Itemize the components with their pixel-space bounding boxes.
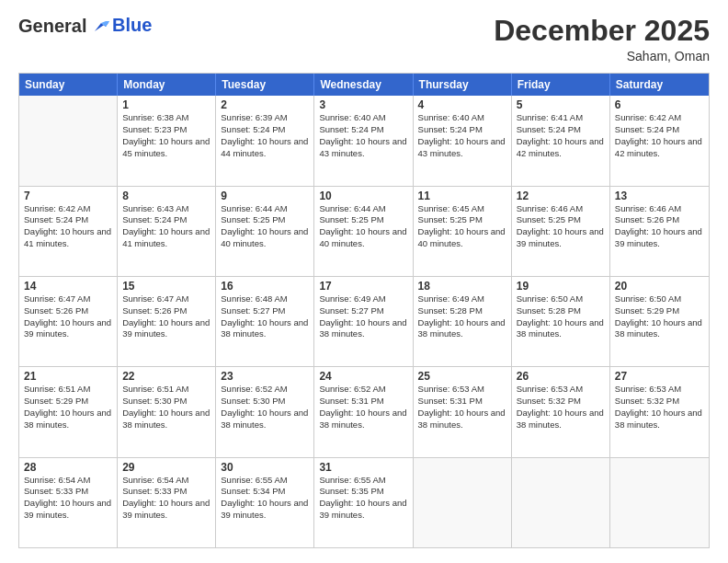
day-info: Sunrise: 6:40 AMSunset: 5:24 PMDaylight:… bbox=[319, 112, 407, 159]
day-info: Sunrise: 6:42 AMSunset: 5:24 PMDaylight:… bbox=[24, 203, 112, 250]
month-title: December 2025 bbox=[494, 15, 710, 47]
day-number: 14 bbox=[24, 280, 112, 293]
day-info: Sunrise: 6:44 AMSunset: 5:25 PMDaylight:… bbox=[221, 203, 309, 250]
empty-cell bbox=[512, 458, 610, 547]
logo: General Blue bbox=[18, 15, 152, 36]
day-cell-4: 4Sunrise: 6:40 AMSunset: 5:24 PMDaylight… bbox=[414, 96, 512, 185]
day-cell-25: 25Sunrise: 6:53 AMSunset: 5:31 PMDayligh… bbox=[414, 367, 512, 456]
day-info: Sunrise: 6:55 AMSunset: 5:35 PMDaylight:… bbox=[319, 475, 407, 522]
day-cell-2: 2Sunrise: 6:39 AMSunset: 5:24 PMDaylight… bbox=[216, 96, 314, 185]
day-number: 27 bbox=[615, 370, 704, 383]
day-info: Sunrise: 6:53 AMSunset: 5:32 PMDaylight:… bbox=[517, 384, 605, 431]
day-number: 30 bbox=[221, 461, 309, 474]
day-info: Sunrise: 6:45 AMSunset: 5:25 PMDaylight:… bbox=[418, 203, 506, 250]
day-info: Sunrise: 6:44 AMSunset: 5:25 PMDaylight:… bbox=[319, 203, 407, 250]
day-cell-21: 21Sunrise: 6:51 AMSunset: 5:29 PMDayligh… bbox=[19, 367, 118, 456]
day-cell-30: 30Sunrise: 6:55 AMSunset: 5:34 PMDayligh… bbox=[216, 458, 314, 547]
day-cell-28: 28Sunrise: 6:54 AMSunset: 5:33 PMDayligh… bbox=[19, 458, 118, 547]
day-cell-24: 24Sunrise: 6:52 AMSunset: 5:31 PMDayligh… bbox=[314, 367, 413, 456]
day-number: 2 bbox=[221, 98, 309, 111]
day-info: Sunrise: 6:51 AMSunset: 5:29 PMDaylight:… bbox=[24, 384, 112, 431]
header-day-sunday: Sunday bbox=[19, 74, 118, 96]
day-number: 19 bbox=[517, 280, 605, 293]
logo-text: General Blue bbox=[18, 15, 152, 36]
calendar-week-3: 14Sunrise: 6:47 AMSunset: 5:26 PMDayligh… bbox=[19, 276, 709, 366]
day-cell-5: 5Sunrise: 6:41 AMSunset: 5:24 PMDaylight… bbox=[512, 96, 610, 185]
day-cell-13: 13Sunrise: 6:46 AMSunset: 5:26 PMDayligh… bbox=[610, 187, 709, 276]
day-info: Sunrise: 6:40 AMSunset: 5:24 PMDaylight:… bbox=[418, 112, 506, 159]
day-info: Sunrise: 6:46 AMSunset: 5:25 PMDaylight:… bbox=[517, 203, 605, 250]
day-cell-12: 12Sunrise: 6:46 AMSunset: 5:25 PMDayligh… bbox=[512, 187, 610, 276]
day-number: 17 bbox=[319, 280, 407, 293]
day-info: Sunrise: 6:47 AMSunset: 5:26 PMDaylight:… bbox=[122, 293, 210, 340]
day-cell-26: 26Sunrise: 6:53 AMSunset: 5:32 PMDayligh… bbox=[512, 367, 610, 456]
day-number: 28 bbox=[24, 461, 112, 474]
day-number: 15 bbox=[122, 280, 210, 293]
day-number: 21 bbox=[24, 370, 112, 383]
day-number: 10 bbox=[319, 190, 407, 202]
day-number: 22 bbox=[122, 370, 210, 383]
day-number: 6 bbox=[615, 98, 704, 111]
day-info: Sunrise: 6:54 AMSunset: 5:33 PMDaylight:… bbox=[24, 475, 112, 522]
day-info: Sunrise: 6:50 AMSunset: 5:29 PMDaylight:… bbox=[615, 293, 704, 340]
day-cell-18: 18Sunrise: 6:49 AMSunset: 5:28 PMDayligh… bbox=[414, 277, 512, 366]
header-day-friday: Friday bbox=[512, 74, 610, 96]
page: General Blue December 2025 Saham, Oman S… bbox=[0, 0, 728, 563]
empty-cell bbox=[19, 96, 118, 185]
header-day-saturday: Saturday bbox=[610, 74, 709, 96]
day-number: 24 bbox=[319, 370, 407, 383]
day-number: 9 bbox=[221, 190, 309, 202]
day-info: Sunrise: 6:55 AMSunset: 5:34 PMDaylight:… bbox=[221, 475, 309, 522]
logo-blue: Blue bbox=[112, 15, 152, 36]
day-number: 7 bbox=[24, 190, 112, 202]
day-info: Sunrise: 6:41 AMSunset: 5:24 PMDaylight:… bbox=[517, 112, 605, 159]
day-number: 18 bbox=[418, 280, 506, 293]
day-number: 5 bbox=[517, 98, 605, 111]
day-cell-1: 1Sunrise: 6:38 AMSunset: 5:23 PMDaylight… bbox=[118, 96, 216, 185]
day-info: Sunrise: 6:49 AMSunset: 5:28 PMDaylight:… bbox=[418, 293, 506, 340]
day-cell-17: 17Sunrise: 6:49 AMSunset: 5:27 PMDayligh… bbox=[314, 277, 413, 366]
day-cell-8: 8Sunrise: 6:43 AMSunset: 5:24 PMDaylight… bbox=[118, 187, 216, 276]
day-number: 16 bbox=[221, 280, 309, 293]
day-info: Sunrise: 6:42 AMSunset: 5:24 PMDaylight:… bbox=[615, 112, 704, 159]
calendar-header: SundayMondayTuesdayWednesdayThursdayFrid… bbox=[19, 74, 709, 96]
day-number: 31 bbox=[319, 461, 407, 474]
day-info: Sunrise: 6:53 AMSunset: 5:31 PMDaylight:… bbox=[418, 384, 506, 431]
day-number: 20 bbox=[615, 280, 704, 293]
header-day-wednesday: Wednesday bbox=[314, 74, 413, 96]
day-info: Sunrise: 6:39 AMSunset: 5:24 PMDaylight:… bbox=[221, 112, 309, 159]
day-info: Sunrise: 6:53 AMSunset: 5:32 PMDaylight:… bbox=[615, 384, 704, 431]
header: General Blue December 2025 Saham, Oman bbox=[18, 15, 710, 63]
title-block: December 2025 Saham, Oman bbox=[494, 15, 710, 63]
day-cell-6: 6Sunrise: 6:42 AMSunset: 5:24 PMDaylight… bbox=[610, 96, 709, 185]
empty-cell bbox=[414, 458, 512, 547]
calendar-week-1: 1Sunrise: 6:38 AMSunset: 5:23 PMDaylight… bbox=[19, 96, 709, 185]
day-info: Sunrise: 6:43 AMSunset: 5:24 PMDaylight:… bbox=[122, 203, 210, 250]
empty-cell bbox=[610, 458, 709, 547]
day-number: 11 bbox=[418, 190, 506, 202]
day-number: 12 bbox=[517, 190, 605, 202]
day-number: 3 bbox=[319, 98, 407, 111]
day-cell-11: 11Sunrise: 6:45 AMSunset: 5:25 PMDayligh… bbox=[414, 187, 512, 276]
day-cell-10: 10Sunrise: 6:44 AMSunset: 5:25 PMDayligh… bbox=[314, 187, 413, 276]
day-info: Sunrise: 6:49 AMSunset: 5:27 PMDaylight:… bbox=[319, 293, 407, 340]
day-number: 23 bbox=[221, 370, 309, 383]
day-cell-15: 15Sunrise: 6:47 AMSunset: 5:26 PMDayligh… bbox=[118, 277, 216, 366]
day-number: 13 bbox=[615, 190, 704, 202]
day-info: Sunrise: 6:48 AMSunset: 5:27 PMDaylight:… bbox=[221, 293, 309, 340]
logo-bird-icon bbox=[93, 18, 109, 35]
calendar-week-2: 7Sunrise: 6:42 AMSunset: 5:24 PMDaylight… bbox=[19, 186, 709, 276]
day-cell-3: 3Sunrise: 6:40 AMSunset: 5:24 PMDaylight… bbox=[314, 96, 413, 185]
calendar: SundayMondayTuesdayWednesdayThursdayFrid… bbox=[18, 73, 710, 548]
header-day-monday: Monday bbox=[118, 74, 216, 96]
day-cell-20: 20Sunrise: 6:50 AMSunset: 5:29 PMDayligh… bbox=[610, 277, 709, 366]
header-day-tuesday: Tuesday bbox=[216, 74, 314, 96]
day-cell-14: 14Sunrise: 6:47 AMSunset: 5:26 PMDayligh… bbox=[19, 277, 118, 366]
calendar-body: 1Sunrise: 6:38 AMSunset: 5:23 PMDaylight… bbox=[19, 96, 709, 547]
day-number: 4 bbox=[418, 98, 506, 111]
day-info: Sunrise: 6:50 AMSunset: 5:28 PMDaylight:… bbox=[517, 293, 605, 340]
day-cell-22: 22Sunrise: 6:51 AMSunset: 5:30 PMDayligh… bbox=[118, 367, 216, 456]
header-day-thursday: Thursday bbox=[414, 74, 512, 96]
day-number: 8 bbox=[122, 190, 210, 202]
day-cell-16: 16Sunrise: 6:48 AMSunset: 5:27 PMDayligh… bbox=[216, 277, 314, 366]
